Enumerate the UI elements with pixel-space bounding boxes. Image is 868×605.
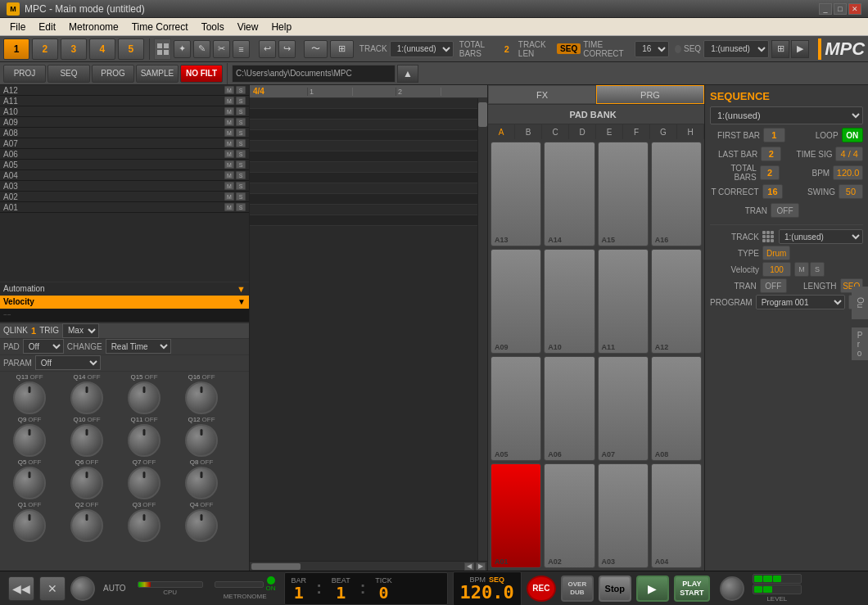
solo-button[interactable]: S xyxy=(810,262,825,277)
stop-button[interactable]: Stop xyxy=(599,576,631,602)
num-btn-5[interactable]: 5 xyxy=(118,38,144,60)
track-mute-a10[interactable]: M xyxy=(224,107,234,115)
pencil-tool-button[interactable]: ✎ xyxy=(193,40,210,58)
knob-q16-control[interactable] xyxy=(185,382,218,414)
prg-button[interactable]: PRG xyxy=(596,85,704,104)
bank-e[interactable]: E xyxy=(596,124,623,139)
knob-q3-control[interactable] xyxy=(128,509,160,542)
overflow-tab[interactable]: Ou xyxy=(852,287,868,319)
bank-h[interactable]: H xyxy=(677,124,704,139)
scissor-tool-button[interactable]: ✂ xyxy=(213,40,230,58)
num-btn-4[interactable]: 4 xyxy=(89,38,115,60)
track-mute-a04[interactable]: M xyxy=(224,171,234,179)
fx-button[interactable]: FX xyxy=(488,85,596,104)
pad-a12[interactable]: A12 xyxy=(651,249,702,354)
redo-button[interactable]: ↪ xyxy=(278,40,296,58)
bank-c[interactable]: C xyxy=(542,124,569,139)
knob-q15-control[interactable] xyxy=(128,382,160,414)
pad-a07[interactable]: A07 xyxy=(598,356,649,461)
scroll-left-button[interactable]: ◀ xyxy=(464,562,474,571)
track-solo-a09[interactable]: S xyxy=(236,118,246,126)
pad-a08[interactable]: A08 xyxy=(651,356,702,461)
proj-button[interactable]: PROJ xyxy=(3,65,46,83)
bank-f[interactable]: F xyxy=(623,124,650,139)
knob-q12-control[interactable] xyxy=(185,424,218,457)
select-tool-button[interactable]: ✦ xyxy=(174,40,191,58)
grid-view-button[interactable] xyxy=(154,38,171,60)
pad-a13[interactable]: A13 xyxy=(491,142,541,246)
track-mute-a09[interactable]: M xyxy=(224,118,234,126)
track-mute-a07[interactable]: M xyxy=(224,139,234,147)
knob-q9-control[interactable] xyxy=(13,424,46,457)
pad-a16[interactable]: A16 xyxy=(651,142,702,246)
knob-q7-control[interactable] xyxy=(128,467,160,499)
knob-q11-control[interactable] xyxy=(128,424,160,457)
track-mute-a12[interactable]: M xyxy=(224,86,234,94)
param-selector[interactable]: Off xyxy=(35,355,101,370)
knob-q6-control[interactable] xyxy=(70,467,103,499)
knob-q4-control[interactable] xyxy=(185,509,218,542)
menu-edit[interactable]: Edit xyxy=(32,20,62,34)
track-mute-a06[interactable]: M xyxy=(224,150,234,158)
track-name-dropdown[interactable]: 1:(unused) xyxy=(779,229,863,244)
pad-a15[interactable]: A15 xyxy=(598,142,649,246)
undo-button[interactable]: ↩ xyxy=(259,40,276,58)
track-mute-a11[interactable]: M xyxy=(224,97,234,105)
track-solo-a11[interactable]: S xyxy=(236,97,246,105)
knob-q5-control[interactable] xyxy=(13,467,46,499)
sample-button[interactable]: SAMPLE xyxy=(136,65,179,83)
prog-button[interactable]: PROG xyxy=(92,65,134,83)
menu-tools[interactable]: Tools xyxy=(195,20,231,34)
velocity-row[interactable]: Velocity ▼ xyxy=(0,296,249,309)
knob-q8-control[interactable] xyxy=(185,467,218,499)
pad-a02[interactable]: A02 xyxy=(544,463,594,568)
pad-a03[interactable]: A03 xyxy=(598,463,649,568)
pad-a04[interactable]: A04 xyxy=(651,463,702,568)
horizontal-scrollbar[interactable]: ◀ ▶ xyxy=(250,561,487,571)
change-selector[interactable]: Real Time xyxy=(106,339,171,354)
track-mute-a01[interactable]: M xyxy=(224,203,234,211)
track-solo-a02[interactable]: S xyxy=(236,192,246,201)
track-solo-a12[interactable]: S xyxy=(236,86,246,94)
num-btn-1[interactable]: 1 xyxy=(3,38,29,60)
track-solo-a08[interactable]: S xyxy=(236,129,246,137)
rewind-button[interactable]: ◀◀ xyxy=(8,576,34,601)
minimize-button[interactable]: _ xyxy=(819,3,832,15)
menu-metronome[interactable]: Metronome xyxy=(62,20,125,34)
num-btn-2[interactable]: 2 xyxy=(32,38,58,60)
menu-file[interactable]: File xyxy=(3,20,32,34)
scroll-right-button[interactable]: ▶ xyxy=(476,562,486,571)
play-start-button[interactable]: PLAY START xyxy=(674,576,710,602)
volume-knob[interactable] xyxy=(70,576,95,601)
track-mute-a03[interactable]: M xyxy=(224,182,234,190)
bank-d[interactable]: D xyxy=(569,124,596,139)
maximize-button[interactable]: □ xyxy=(834,3,847,15)
play-button[interactable]: ▶ xyxy=(636,576,669,602)
h-scrollbar-thumb[interactable] xyxy=(251,563,301,570)
wave-tool[interactable]: 〜 xyxy=(304,40,328,58)
pad-a10[interactable]: A10 xyxy=(544,249,594,354)
seq-selector[interactable]: 1:(unused) xyxy=(703,40,769,58)
track-mute-a08[interactable]: M xyxy=(224,129,234,137)
track-solo-a05[interactable]: S xyxy=(236,160,246,169)
seq-tool-2[interactable]: ▶ xyxy=(791,40,809,58)
track-solo-a04[interactable]: S xyxy=(236,171,246,179)
pad-selector[interactable]: Off xyxy=(23,339,64,354)
menu-help[interactable]: Help xyxy=(264,20,298,34)
track-solo-a03[interactable]: S xyxy=(236,182,246,190)
pad-a11[interactable]: A11 xyxy=(598,249,649,354)
pad-a06[interactable]: A06 xyxy=(544,356,594,461)
pad-a09[interactable]: A09 xyxy=(491,249,541,354)
time-correct-selector[interactable]: 16 xyxy=(635,41,669,57)
knob-q2-control[interactable] xyxy=(70,509,103,542)
nofilt-button[interactable]: NO FILT xyxy=(180,65,223,83)
v-scrollbar-thumb[interactable] xyxy=(478,102,487,127)
vertical-scrollbar[interactable] xyxy=(477,98,487,561)
track-solo-a01[interactable]: S xyxy=(236,203,246,211)
pad-a01[interactable]: A01 xyxy=(491,463,541,568)
loop-on-button[interactable]: ON xyxy=(842,128,863,142)
track-mute-a02[interactable]: M xyxy=(224,192,234,201)
directory-up-button[interactable]: ▲ xyxy=(397,65,418,83)
track-solo-a07[interactable]: S xyxy=(236,139,246,147)
rec-button[interactable]: REC xyxy=(527,576,556,602)
